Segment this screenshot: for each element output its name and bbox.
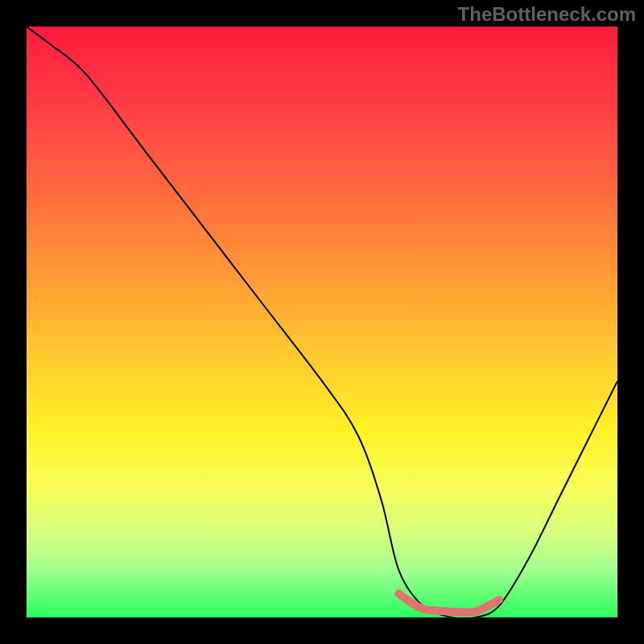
plot-area: [27, 27, 617, 617]
chart-svg: [27, 27, 617, 617]
watermark-text: TheBottleneck.com: [458, 3, 636, 26]
main-curve: [27, 27, 617, 617]
